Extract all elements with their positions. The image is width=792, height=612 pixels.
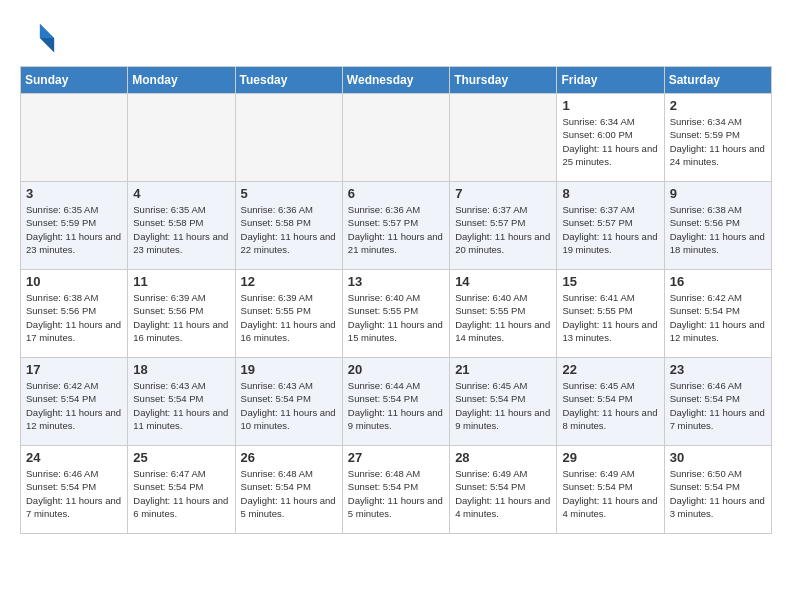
- day-info: Sunrise: 6:39 AMSunset: 5:55 PMDaylight:…: [241, 291, 337, 344]
- calendar-cell: 22Sunrise: 6:45 AMSunset: 5:54 PMDayligh…: [557, 358, 664, 446]
- day-number: 24: [26, 450, 122, 465]
- day-number: 26: [241, 450, 337, 465]
- calendar-week-row: 3Sunrise: 6:35 AMSunset: 5:59 PMDaylight…: [21, 182, 772, 270]
- calendar-cell: 19Sunrise: 6:43 AMSunset: 5:54 PMDayligh…: [235, 358, 342, 446]
- day-number: 30: [670, 450, 766, 465]
- weekday-header-sunday: Sunday: [21, 67, 128, 94]
- day-number: 8: [562, 186, 658, 201]
- day-info: Sunrise: 6:45 AMSunset: 5:54 PMDaylight:…: [455, 379, 551, 432]
- day-number: 28: [455, 450, 551, 465]
- day-number: 15: [562, 274, 658, 289]
- calendar-cell: 17Sunrise: 6:42 AMSunset: 5:54 PMDayligh…: [21, 358, 128, 446]
- calendar-cell: 4Sunrise: 6:35 AMSunset: 5:58 PMDaylight…: [128, 182, 235, 270]
- day-info: Sunrise: 6:47 AMSunset: 5:54 PMDaylight:…: [133, 467, 229, 520]
- weekday-header-tuesday: Tuesday: [235, 67, 342, 94]
- calendar-table: SundayMondayTuesdayWednesdayThursdayFrid…: [20, 66, 772, 534]
- day-number: 7: [455, 186, 551, 201]
- calendar-cell: 23Sunrise: 6:46 AMSunset: 5:54 PMDayligh…: [664, 358, 771, 446]
- calendar-cell: 15Sunrise: 6:41 AMSunset: 5:55 PMDayligh…: [557, 270, 664, 358]
- day-info: Sunrise: 6:46 AMSunset: 5:54 PMDaylight:…: [670, 379, 766, 432]
- day-number: 13: [348, 274, 444, 289]
- calendar-week-row: 1Sunrise: 6:34 AMSunset: 6:00 PMDaylight…: [21, 94, 772, 182]
- weekday-header-saturday: Saturday: [664, 67, 771, 94]
- day-number: 9: [670, 186, 766, 201]
- day-number: 16: [670, 274, 766, 289]
- day-number: 21: [455, 362, 551, 377]
- day-number: 27: [348, 450, 444, 465]
- calendar-header-row: SundayMondayTuesdayWednesdayThursdayFrid…: [21, 67, 772, 94]
- day-number: 18: [133, 362, 229, 377]
- day-number: 3: [26, 186, 122, 201]
- calendar-cell: 1Sunrise: 6:34 AMSunset: 6:00 PMDaylight…: [557, 94, 664, 182]
- logo-icon: [20, 20, 56, 56]
- calendar-cell: 11Sunrise: 6:39 AMSunset: 5:56 PMDayligh…: [128, 270, 235, 358]
- day-info: Sunrise: 6:36 AMSunset: 5:58 PMDaylight:…: [241, 203, 337, 256]
- calendar-cell: 13Sunrise: 6:40 AMSunset: 5:55 PMDayligh…: [342, 270, 449, 358]
- day-number: 2: [670, 98, 766, 113]
- day-info: Sunrise: 6:37 AMSunset: 5:57 PMDaylight:…: [562, 203, 658, 256]
- day-info: Sunrise: 6:48 AMSunset: 5:54 PMDaylight:…: [348, 467, 444, 520]
- day-info: Sunrise: 6:37 AMSunset: 5:57 PMDaylight:…: [455, 203, 551, 256]
- day-number: 1: [562, 98, 658, 113]
- day-number: 4: [133, 186, 229, 201]
- day-info: Sunrise: 6:44 AMSunset: 5:54 PMDaylight:…: [348, 379, 444, 432]
- logo: [20, 20, 60, 56]
- svg-marker-0: [40, 24, 54, 38]
- day-number: 11: [133, 274, 229, 289]
- day-number: 10: [26, 274, 122, 289]
- day-info: Sunrise: 6:41 AMSunset: 5:55 PMDaylight:…: [562, 291, 658, 344]
- calendar-cell: 20Sunrise: 6:44 AMSunset: 5:54 PMDayligh…: [342, 358, 449, 446]
- day-info: Sunrise: 6:35 AMSunset: 5:59 PMDaylight:…: [26, 203, 122, 256]
- svg-marker-1: [40, 38, 54, 52]
- calendar-cell: [21, 94, 128, 182]
- calendar-cell: 27Sunrise: 6:48 AMSunset: 5:54 PMDayligh…: [342, 446, 449, 534]
- day-info: Sunrise: 6:50 AMSunset: 5:54 PMDaylight:…: [670, 467, 766, 520]
- day-number: 25: [133, 450, 229, 465]
- day-number: 19: [241, 362, 337, 377]
- day-number: 12: [241, 274, 337, 289]
- calendar-cell: 21Sunrise: 6:45 AMSunset: 5:54 PMDayligh…: [450, 358, 557, 446]
- day-info: Sunrise: 6:45 AMSunset: 5:54 PMDaylight:…: [562, 379, 658, 432]
- day-number: 23: [670, 362, 766, 377]
- calendar-cell: [128, 94, 235, 182]
- weekday-header-friday: Friday: [557, 67, 664, 94]
- calendar-cell: 6Sunrise: 6:36 AMSunset: 5:57 PMDaylight…: [342, 182, 449, 270]
- day-number: 29: [562, 450, 658, 465]
- day-info: Sunrise: 6:49 AMSunset: 5:54 PMDaylight:…: [562, 467, 658, 520]
- calendar-cell: 25Sunrise: 6:47 AMSunset: 5:54 PMDayligh…: [128, 446, 235, 534]
- calendar-cell: 7Sunrise: 6:37 AMSunset: 5:57 PMDaylight…: [450, 182, 557, 270]
- calendar-cell: 8Sunrise: 6:37 AMSunset: 5:57 PMDaylight…: [557, 182, 664, 270]
- day-info: Sunrise: 6:49 AMSunset: 5:54 PMDaylight:…: [455, 467, 551, 520]
- calendar-cell: 29Sunrise: 6:49 AMSunset: 5:54 PMDayligh…: [557, 446, 664, 534]
- day-info: Sunrise: 6:43 AMSunset: 5:54 PMDaylight:…: [133, 379, 229, 432]
- weekday-header-thursday: Thursday: [450, 67, 557, 94]
- day-info: Sunrise: 6:34 AMSunset: 5:59 PMDaylight:…: [670, 115, 766, 168]
- day-info: Sunrise: 6:42 AMSunset: 5:54 PMDaylight:…: [670, 291, 766, 344]
- calendar-cell: 10Sunrise: 6:38 AMSunset: 5:56 PMDayligh…: [21, 270, 128, 358]
- calendar-cell: 30Sunrise: 6:50 AMSunset: 5:54 PMDayligh…: [664, 446, 771, 534]
- calendar-cell: 2Sunrise: 6:34 AMSunset: 5:59 PMDaylight…: [664, 94, 771, 182]
- day-info: Sunrise: 6:40 AMSunset: 5:55 PMDaylight:…: [455, 291, 551, 344]
- day-info: Sunrise: 6:42 AMSunset: 5:54 PMDaylight:…: [26, 379, 122, 432]
- day-info: Sunrise: 6:38 AMSunset: 5:56 PMDaylight:…: [670, 203, 766, 256]
- calendar-cell: 12Sunrise: 6:39 AMSunset: 5:55 PMDayligh…: [235, 270, 342, 358]
- calendar-cell: [235, 94, 342, 182]
- calendar-cell: 5Sunrise: 6:36 AMSunset: 5:58 PMDaylight…: [235, 182, 342, 270]
- weekday-header-wednesday: Wednesday: [342, 67, 449, 94]
- day-info: Sunrise: 6:46 AMSunset: 5:54 PMDaylight:…: [26, 467, 122, 520]
- day-info: Sunrise: 6:34 AMSunset: 6:00 PMDaylight:…: [562, 115, 658, 168]
- calendar-cell: 28Sunrise: 6:49 AMSunset: 5:54 PMDayligh…: [450, 446, 557, 534]
- calendar-cell: 16Sunrise: 6:42 AMSunset: 5:54 PMDayligh…: [664, 270, 771, 358]
- calendar-cell: [450, 94, 557, 182]
- calendar-cell: 3Sunrise: 6:35 AMSunset: 5:59 PMDaylight…: [21, 182, 128, 270]
- day-info: Sunrise: 6:43 AMSunset: 5:54 PMDaylight:…: [241, 379, 337, 432]
- calendar-cell: 18Sunrise: 6:43 AMSunset: 5:54 PMDayligh…: [128, 358, 235, 446]
- calendar-cell: 14Sunrise: 6:40 AMSunset: 5:55 PMDayligh…: [450, 270, 557, 358]
- page-header: [20, 20, 772, 56]
- calendar-week-row: 10Sunrise: 6:38 AMSunset: 5:56 PMDayligh…: [21, 270, 772, 358]
- day-info: Sunrise: 6:40 AMSunset: 5:55 PMDaylight:…: [348, 291, 444, 344]
- day-number: 14: [455, 274, 551, 289]
- calendar-cell: [342, 94, 449, 182]
- calendar-week-row: 17Sunrise: 6:42 AMSunset: 5:54 PMDayligh…: [21, 358, 772, 446]
- weekday-header-monday: Monday: [128, 67, 235, 94]
